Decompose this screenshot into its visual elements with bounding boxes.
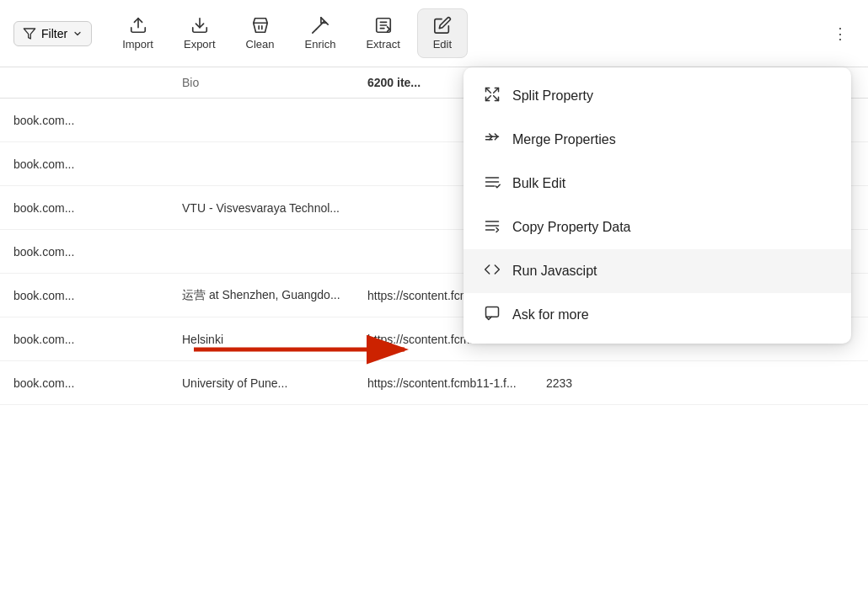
extract-label: Extract [366, 38, 399, 51]
menu-item-copy[interactable]: Copy Property Data [463, 205, 851, 249]
menu-item-merge[interactable]: Merge Properties [463, 118, 851, 162]
header-bio: Bio [169, 76, 354, 89]
ask-more-icon [484, 305, 501, 325]
svg-rect-12 [486, 307, 499, 317]
edit-icon [433, 16, 452, 35]
menu-item-bulk-edit[interactable]: Bulk Edit [463, 162, 851, 205]
more-button[interactable]: ⋮ [826, 18, 855, 50]
export-icon [190, 16, 209, 35]
clean-icon [251, 16, 270, 35]
menu-item-label-merge: Merge Properties [512, 132, 616, 147]
menu-item-label-ask-more: Ask for more [512, 307, 589, 323]
svg-marker-0 [24, 29, 35, 39]
header-email [0, 76, 169, 89]
menu-item-label-bulk-edit: Bulk Edit [512, 176, 565, 191]
cell-email: book.com... [0, 289, 169, 302]
menu-item-run-js[interactable]: Run Javascipt [463, 249, 851, 293]
cell-email: book.com... [0, 245, 169, 259]
clean-label: Clean [246, 38, 275, 51]
export-label: Export [184, 38, 216, 51]
cell-email: book.com... [0, 376, 169, 390]
cell-email: book.com... [0, 201, 169, 215]
menu-item-label-run-js: Run Javascipt [512, 264, 597, 279]
more-icon: ⋮ [833, 24, 848, 43]
menu-items-container: Split PropertyMerge PropertiesBulk EditC… [463, 74, 851, 337]
bulk-edit-icon [484, 173, 501, 194]
enrich-label: Enrich [305, 38, 336, 51]
enrich-icon [311, 16, 330, 35]
filter-button[interactable]: Filter [13, 21, 92, 46]
header-count: 6200 ite... [354, 76, 434, 89]
cell-email: book.com... [0, 157, 169, 171]
export-button[interactable]: Export [170, 9, 229, 57]
copy-icon [484, 217, 501, 237]
import-button[interactable]: Import [109, 9, 167, 57]
split-icon [484, 86, 501, 106]
merge-icon [484, 130, 501, 150]
filter-label: Filter [41, 27, 67, 40]
arrow-indicator [185, 328, 421, 374]
enrich-button[interactable]: Enrich [292, 9, 350, 57]
import-icon [129, 16, 147, 35]
edit-label: Edit [433, 38, 452, 51]
chevron-down-icon [72, 29, 83, 39]
menu-item-ask-more[interactable]: Ask for more [463, 293, 851, 337]
extract-button[interactable]: Extract [352, 9, 413, 57]
arrow-svg [185, 328, 421, 371]
dropdown-menu: Split PropertyMerge PropertiesBulk EditC… [463, 67, 851, 344]
cell-email: book.com... [0, 333, 169, 346]
cell-bio: VTU - Visvesvaraya Technol... [169, 201, 354, 215]
cell-bio: University of Pune... [169, 376, 354, 390]
run-js-icon [484, 261, 501, 281]
extract-icon [374, 16, 393, 35]
cell-bio: 运营 at Shenzhen, Guangdo... [169, 288, 354, 303]
clean-button[interactable]: Clean [233, 9, 288, 57]
menu-item-split[interactable]: Split Property [463, 74, 851, 118]
menu-item-label-split: Split Property [512, 88, 593, 104]
import-label: Import [122, 38, 153, 51]
cell-email: book.com... [0, 114, 169, 127]
table-row: book.com...University of Pune...https://… [0, 361, 868, 405]
edit-button[interactable]: Edit [417, 8, 468, 58]
cell-num: 2233 [539, 376, 579, 390]
toolbar: Filter Import Export Clean [0, 0, 868, 67]
cell-url: https://scontent.fcmb11-1.f... [354, 376, 539, 390]
menu-item-label-copy: Copy Property Data [512, 220, 631, 235]
